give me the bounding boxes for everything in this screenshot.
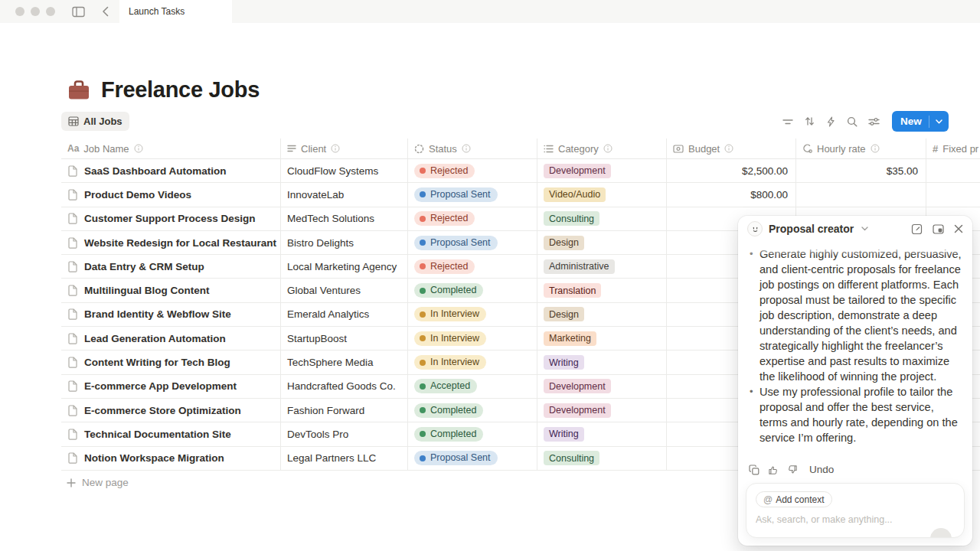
category-cell[interactable]: Writing — [537, 350, 667, 373]
category-cell[interactable]: Development — [537, 399, 667, 422]
status-cell[interactable]: Rejected — [408, 255, 537, 278]
back-icon[interactable] — [102, 6, 109, 17]
client-cell[interactable]: Emerald Analytics — [281, 303, 408, 326]
zoom-window-dot[interactable] — [46, 7, 55, 16]
briefcase-icon[interactable] — [67, 80, 90, 101]
status-cell[interactable]: Proposal Sent — [408, 231, 537, 254]
info-icon[interactable] — [603, 144, 612, 153]
hourly-rate-cell[interactable] — [796, 183, 926, 206]
category-cell[interactable]: Development — [537, 159, 667, 182]
status-badge[interactable]: Rejected — [414, 211, 475, 226]
category-tag[interactable]: Design — [544, 236, 584, 250]
minimize-window-dot[interactable] — [31, 7, 40, 16]
sidebar-toggle-icon[interactable] — [72, 6, 85, 18]
job-name-cell[interactable]: Data Entry & CRM Setup — [61, 255, 281, 278]
job-name-cell[interactable]: Customer Support Process Design — [61, 207, 281, 230]
category-tag[interactable]: Writing — [544, 355, 584, 370]
column-header-job-name[interactable]: Aa Job Name — [61, 139, 281, 158]
lightning-icon[interactable] — [822, 112, 840, 131]
column-header-fixed-price[interactable]: # Fixed pr — [926, 139, 980, 158]
close-window-dot[interactable] — [15, 7, 24, 16]
filter-icon[interactable] — [779, 112, 797, 131]
thumbs-down-icon[interactable] — [787, 465, 798, 475]
category-cell[interactable]: Video/Audio — [537, 183, 667, 206]
category-tag[interactable]: Development — [544, 403, 611, 418]
chevron-down-icon[interactable] — [861, 227, 868, 231]
status-badge[interactable]: Completed — [414, 403, 483, 418]
info-icon[interactable] — [331, 144, 340, 153]
status-badge[interactable]: Completed — [414, 283, 483, 298]
client-cell[interactable]: DevTools Pro — [281, 422, 408, 445]
undo-button[interactable]: Undo — [809, 464, 834, 475]
budget-cell[interactable]: $800.00 — [667, 183, 796, 206]
client-cell[interactable]: MedTech Solutions — [281, 207, 408, 230]
client-cell[interactable]: StartupBoost — [281, 327, 408, 350]
category-tag[interactable]: Design — [544, 307, 584, 321]
status-badge[interactable]: Rejected — [414, 164, 475, 178]
client-cell[interactable]: Global Ventures — [281, 279, 408, 302]
job-name-cell[interactable]: Brand Identity & Webflow Site — [61, 303, 281, 326]
panel-title[interactable]: Proposal creator — [769, 223, 854, 235]
job-name-cell[interactable]: Content Writing for Tech Blog — [61, 350, 281, 373]
column-header-hourly-rate[interactable]: Hourly rate — [796, 139, 926, 158]
copy-icon[interactable] — [749, 465, 760, 475]
info-icon[interactable] — [134, 144, 143, 153]
send-button[interactable] — [930, 528, 952, 538]
category-cell[interactable]: Consulting — [537, 447, 667, 470]
category-cell[interactable]: Marketing — [537, 327, 667, 350]
new-button[interactable]: New — [892, 111, 949, 132]
column-header-budget[interactable]: Budget — [667, 139, 796, 158]
category-cell[interactable]: Consulting — [537, 207, 667, 230]
status-cell[interactable]: Rejected — [408, 159, 537, 182]
status-cell[interactable]: Completed — [408, 279, 537, 302]
category-tag[interactable]: Consulting — [544, 211, 599, 226]
job-name-cell[interactable]: E-commerce Store Optimization — [61, 399, 281, 422]
category-tag[interactable]: Marketing — [544, 331, 596, 346]
status-badge[interactable]: Proposal Sent — [414, 236, 498, 250]
job-name-cell[interactable]: Product Demo Videos — [61, 183, 281, 206]
status-badge[interactable]: In Interview — [414, 355, 486, 370]
status-badge[interactable]: Proposal Sent — [414, 451, 498, 465]
sort-icon[interactable] — [800, 112, 818, 131]
category-tag[interactable]: Consulting — [544, 451, 599, 465]
status-cell[interactable]: Completed — [408, 422, 537, 445]
client-cell[interactable]: Legal Partners LLC — [281, 447, 408, 470]
job-name-cell[interactable]: Technical Documentation Site — [61, 422, 281, 445]
view-settings-icon[interactable] — [864, 112, 883, 131]
info-icon[interactable] — [871, 144, 880, 153]
status-cell[interactable]: In Interview — [408, 327, 537, 350]
client-cell[interactable]: Local Marketing Agency — [281, 255, 408, 278]
close-icon[interactable] — [954, 223, 963, 235]
client-cell[interactable]: CloudFlow Systems — [281, 159, 408, 182]
job-name-cell[interactable]: Lead Generation Automation — [61, 327, 281, 350]
info-icon[interactable] — [462, 144, 471, 153]
status-badge[interactable]: Completed — [414, 427, 483, 442]
status-cell[interactable]: In Interview — [408, 350, 537, 373]
category-cell[interactable]: Translation — [537, 279, 667, 302]
category-tag[interactable]: Video/Audio — [544, 187, 606, 202]
ai-prompt-input[interactable] — [756, 514, 947, 525]
category-cell[interactable]: Design — [537, 303, 667, 326]
tab-launch-tasks[interactable]: Launch Tasks — [119, 0, 232, 23]
budget-cell[interactable]: $2,500.00 — [667, 159, 796, 182]
info-icon[interactable] — [724, 144, 733, 153]
category-cell[interactable]: Administrative — [537, 255, 667, 278]
status-badge[interactable]: In Interview — [414, 307, 486, 321]
table-row[interactable]: SaaS Dashboard Automation CloudFlow Syst… — [61, 159, 980, 183]
open-side-peek-icon[interactable] — [933, 223, 944, 235]
fixed-price-cell[interactable] — [926, 159, 980, 182]
ai-composer[interactable]: @ Add context — [746, 483, 965, 538]
category-tag[interactable]: Development — [544, 164, 611, 178]
column-header-client[interactable]: Client — [281, 139, 408, 158]
status-badge[interactable]: Rejected — [414, 259, 475, 274]
status-cell[interactable]: Completed — [408, 399, 537, 422]
status-cell[interactable]: Proposal Sent — [408, 447, 537, 470]
hourly-rate-cell[interactable]: $35.00 — [796, 159, 926, 182]
status-cell[interactable]: In Interview — [408, 303, 537, 326]
job-name-cell[interactable]: Website Redesign for Local Restaurant — [61, 231, 281, 254]
client-cell[interactable]: TechSphere Media — [281, 350, 408, 373]
view-tab-all-jobs[interactable]: All Jobs — [61, 112, 129, 131]
add-context-chip[interactable]: @ Add context — [756, 491, 832, 507]
category-tag[interactable]: Administrative — [544, 259, 615, 274]
status-badge[interactable]: Accepted — [414, 379, 477, 393]
